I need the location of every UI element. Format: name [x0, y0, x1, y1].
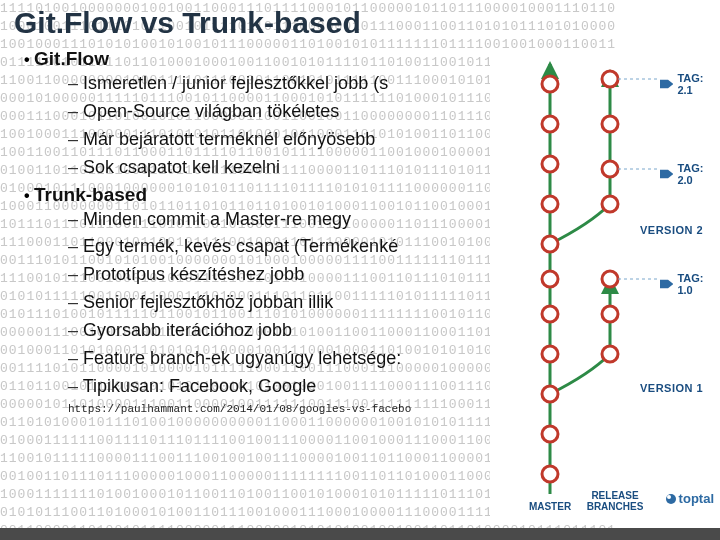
tag-2-0: TAG: 2.0: [660, 162, 720, 186]
section-trunk-label: Trunk-based: [34, 184, 147, 205]
source-url: https://paulhammant.com/2014/01/08/googl…: [14, 403, 480, 415]
tag-label: TAG: 2.0: [677, 162, 720, 186]
tag-icon: [660, 277, 673, 291]
svg-point-16: [602, 161, 618, 177]
logo-icon: [666, 494, 676, 504]
list-item: Már bejáratott terméknél előnyösebb: [68, 126, 480, 154]
list-item: Gyorsabb iterációhoz jobb: [68, 317, 480, 345]
list-item: Senior fejlesztőkhöz jobban illik: [68, 289, 480, 317]
tag-1-0: TAG: 1.0: [660, 272, 720, 296]
svg-point-1: [542, 466, 558, 482]
svg-point-14: [602, 271, 618, 287]
svg-point-10: [542, 116, 558, 132]
tag-icon: [660, 167, 673, 181]
axis-master: MASTER: [520, 501, 580, 512]
tag-icon: [660, 77, 673, 91]
svg-point-6: [542, 271, 558, 287]
svg-point-18: [602, 71, 618, 87]
tag-2-1: TAG: 2.1: [660, 72, 720, 96]
logo-text: toptal: [679, 491, 714, 506]
svg-point-8: [542, 196, 558, 212]
svg-point-3: [542, 386, 558, 402]
svg-point-12: [602, 346, 618, 362]
list-item: Ismeretlen / junior fejlesztőkkel jobb (…: [68, 70, 480, 98]
list-item: Minden commit a Master-re megy: [68, 206, 480, 234]
version-2-label: VERSION 2: [640, 224, 703, 236]
list-item: Tipikusan: Facebook, Google: [68, 373, 480, 401]
list-item: Feature branch-ek ugyanúgy lehetsége:: [68, 345, 480, 373]
svg-point-15: [602, 196, 618, 212]
svg-point-9: [542, 156, 558, 172]
tag-label: TAG: 2.1: [677, 72, 720, 96]
section-gitflow-label: Git.Flow: [34, 48, 109, 69]
gitflow-list: Ismeretlen / junior fejlesztőkkel jobb (…: [24, 70, 480, 182]
svg-point-7: [542, 236, 558, 252]
svg-point-2: [542, 426, 558, 442]
branch-diagram: TAG: 2.1 TAG: 2.0 TAG: 1.0 VERSION 2 VER…: [490, 54, 720, 524]
page-title: Git.Flow vs Trunk-based: [14, 6, 480, 40]
trunk-list: Minden commit a Master-re megy Egy termé…: [24, 206, 480, 401]
svg-point-11: [542, 76, 558, 92]
svg-point-5: [542, 306, 558, 322]
list-item: Open-Source világban tökéletes: [68, 98, 480, 126]
footer-bar: [0, 528, 720, 540]
svg-point-13: [602, 306, 618, 322]
svg-point-17: [602, 116, 618, 132]
tag-label: TAG: 1.0: [677, 272, 720, 296]
svg-point-4: [542, 346, 558, 362]
version-1-label: VERSION 1: [640, 382, 703, 394]
axis-release: RELEASE BRANCHES: [585, 490, 645, 512]
list-item: Egy termék, kevés csapat (Termékenké: [68, 233, 480, 261]
list-item: Prototípus készítéshez jobb: [68, 261, 480, 289]
list-item: Sok csapatot kell kezelni: [68, 154, 480, 182]
toptal-logo: toptal: [666, 491, 714, 506]
